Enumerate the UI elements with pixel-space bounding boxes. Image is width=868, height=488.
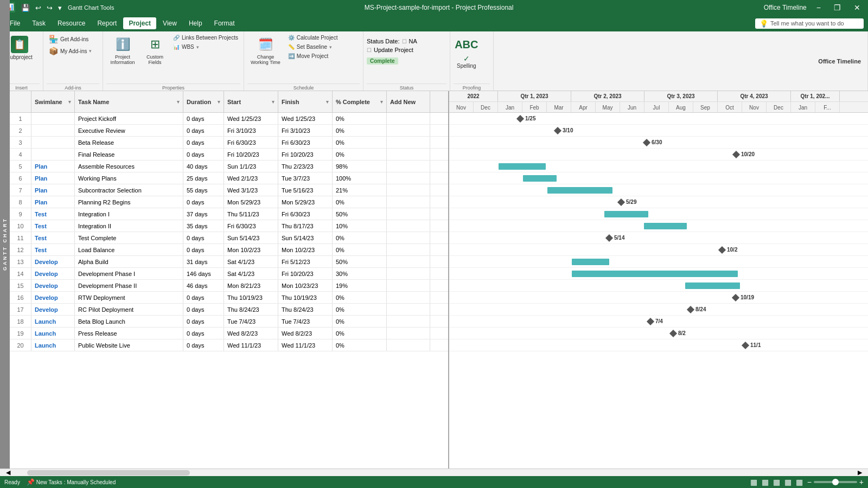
gantt-diamond-20[interactable] <box>742 342 749 349</box>
gantt-diamond-8[interactable] <box>617 198 625 206</box>
col-header-duration[interactable]: Duration ▾ <box>183 91 224 112</box>
gantt-label-3: 6/30 <box>652 139 662 145</box>
menu-view[interactable]: View <box>157 17 182 29</box>
zoom-in-btn[interactable]: + <box>859 478 864 486</box>
gantt-diamond-18[interactable] <box>647 318 654 325</box>
col-header-add[interactable]: Add New <box>387 91 430 112</box>
gantt-bar-5[interactable] <box>499 163 546 170</box>
update-project-row[interactable]: ☐ Update Project <box>367 47 413 53</box>
gantt-bar-10[interactable] <box>644 223 687 229</box>
cell-task-18: Beta Blog Launch <box>75 316 183 327</box>
menu-report[interactable]: Report <box>92 17 122 29</box>
table-row[interactable]: 1 Project Kickoff 0 days Wed 1/25/23 Wed… <box>10 113 448 125</box>
calculate-project-btn[interactable]: ⚙️ Calculate Project <box>286 34 340 42</box>
col-header-finish[interactable]: Finish ▾ <box>278 91 333 112</box>
gantt-diamond-1[interactable] <box>516 115 524 123</box>
month-jun: Jun <box>620 102 644 113</box>
gantt-label-1: 1/25 <box>525 115 535 121</box>
table-row[interactable]: 17 Develop RC Pilot Deployment 0 days Th… <box>10 304 448 316</box>
tell-me-search[interactable]: 💡 Tell me what you want to do <box>755 18 864 29</box>
menu-resource[interactable]: Resource <box>52 17 91 29</box>
wbs-btn[interactable]: 📊 WBS ▾ <box>171 43 240 51</box>
get-addins-btn[interactable]: 🏪 Get Add-ins <box>47 34 91 44</box>
table-row[interactable]: 20 Launch Public Website Live 0 days Wed… <box>10 339 448 351</box>
quarter-2022: 2022 <box>449 91 498 101</box>
scroll-left-btn[interactable]: ◀ <box>0 470 16 476</box>
view-icon-2[interactable]: ▦ <box>762 478 769 486</box>
table-row[interactable]: 7 Plan Subcontractor Selection 55 days W… <box>10 184 448 196</box>
ribbon-schedule-section: 🗓️ ChangeWorking Time ⚙️ Calculate Proje… <box>244 31 363 91</box>
gantt-diamond-12[interactable] <box>718 246 726 254</box>
table-row[interactable]: 13 Develop Alpha Build 31 days Sat 4/1/2… <box>10 256 448 268</box>
more-quick-btn[interactable]: ▾ <box>56 4 63 12</box>
gantt-diamond-17[interactable] <box>687 306 694 313</box>
table-row[interactable]: 4 Final Release 0 days Fri 10/20/23 Fri … <box>10 149 448 160</box>
gantt-diamond-2[interactable] <box>554 127 561 134</box>
zoom-out-btn[interactable]: − <box>807 478 812 486</box>
view-icon-1[interactable]: ▦ <box>750 478 757 486</box>
custom-fields-btn[interactable]: ⊞ CustomFields <box>140 34 170 67</box>
table-row[interactable]: 10 Test Integration II 35 days Fri 6/30/… <box>10 220 448 232</box>
view-icon-5[interactable]: ▦ <box>796 478 803 486</box>
change-working-time-btn[interactable]: 🗓️ ChangeWorking Time <box>247 34 284 67</box>
gantt-bar-7[interactable] <box>547 187 612 194</box>
gantt-bar-6[interactable] <box>523 175 557 182</box>
redo-quick-btn[interactable]: ↪ <box>45 4 54 12</box>
undo-quick-btn[interactable]: ↩ <box>34 4 43 12</box>
gantt-bar-15[interactable] <box>685 282 740 289</box>
subproject-label: Subproject <box>7 54 33 60</box>
table-row[interactable]: 12 Test Load Balance 0 days Mon 10/2/23 … <box>10 244 448 256</box>
table-row[interactable]: 8 Plan Planning R2 Begins 0 days Mon 5/2… <box>10 196 448 208</box>
spelling-label: Spelling <box>457 63 476 69</box>
table-row[interactable]: 16 Develop RTW Deployment 0 days Thu 10/… <box>10 292 448 304</box>
zoom-slider[interactable] <box>814 481 857 483</box>
table-row[interactable]: 9 Test Integration I 37 days Thu 5/11/23… <box>10 208 448 220</box>
close-btn[interactable]: ✕ <box>851 2 864 13</box>
gantt-diamond-11[interactable] <box>605 234 613 242</box>
col-header-start[interactable]: Start ▾ <box>224 91 278 112</box>
move-project-btn[interactable]: ➡️ Move Project <box>286 52 340 60</box>
gantt-bar-9[interactable] <box>604 211 648 217</box>
menu-task[interactable]: Task <box>27 17 51 29</box>
col-header-pct[interactable]: % Complete ▾ <box>333 91 387 112</box>
gantt-diamond-16[interactable] <box>732 294 739 301</box>
menu-format[interactable]: Format <box>209 17 240 29</box>
links-btn[interactable]: 🔗 Links Between Projects <box>171 34 240 42</box>
scroll-thumb[interactable] <box>27 470 190 476</box>
table-row[interactable]: 19 Launch Press Release 0 days Wed 8/2/2… <box>10 328 448 339</box>
view-icon-3[interactable]: ▦ <box>773 478 780 486</box>
table-row[interactable]: 15 Develop Development Phase II 46 days … <box>10 280 448 292</box>
cell-num-12: 12 <box>10 244 31 255</box>
gantt-diamond-4[interactable] <box>732 151 740 158</box>
save-quick-btn[interactable]: 💾 <box>20 4 31 12</box>
gantt-diamond-19[interactable] <box>669 330 677 337</box>
table-row[interactable]: 11 Test Test Complete 0 days Sun 5/14/23… <box>10 232 448 244</box>
table-row[interactable]: 18 Launch Beta Blog Launch 0 days Tue 7/… <box>10 316 448 328</box>
gantt-bar-13[interactable] <box>572 259 609 265</box>
menu-help[interactable]: Help <box>183 17 208 29</box>
minimize-btn[interactable]: − <box>813 2 824 13</box>
menu-project[interactable]: Project <box>123 17 156 29</box>
cell-pct-18: 0% <box>333 316 387 327</box>
table-row[interactable]: 5 Plan Assemble Resources 40 days Sun 1/… <box>10 160 448 172</box>
set-baseline-btn[interactable]: 📏 Set Baseline ▾ <box>286 43 340 51</box>
office-timeline-ribbon-btn[interactable]: Office Timeline <box>812 31 868 91</box>
chart-row-5 <box>449 160 868 172</box>
spelling-btn[interactable]: ABC ✓ Spelling <box>454 34 480 71</box>
table-row[interactable]: 14 Develop Development Phase I 146 days … <box>10 268 448 280</box>
cell-finish-15: Mon 10/23/23 <box>278 280 333 291</box>
restore-btn[interactable]: ❐ <box>831 2 844 13</box>
gantt-diamond-3[interactable] <box>643 139 650 146</box>
gantt-bar-14[interactable] <box>572 271 738 277</box>
scroll-right-btn[interactable]: ▶ <box>852 470 868 476</box>
col-header-swimlane[interactable]: Swimlane ▾ <box>31 91 75 112</box>
table-row[interactable]: 3 Beta Release 0 days Fri 6/30/23 Fri 6/… <box>10 137 448 149</box>
my-addins-btn[interactable]: 📦 My Add-ins ▾ <box>47 46 94 56</box>
cell-finish-6: Tue 3/7/23 <box>278 172 333 184</box>
view-icon-4[interactable]: ▦ <box>784 478 792 486</box>
table-row[interactable]: 6 Plan Working Plans 25 days Wed 2/1/23 … <box>10 172 448 184</box>
table-row[interactable]: 2 Executive Review 0 days Fri 3/10/23 Fr… <box>10 125 448 137</box>
horizontal-scrollbar[interactable]: ◀ ▶ <box>0 468 868 476</box>
project-info-btn[interactable]: ℹ️ ProjectInformation <box>106 34 139 67</box>
col-header-task[interactable]: Task Name ▾ <box>75 91 183 112</box>
